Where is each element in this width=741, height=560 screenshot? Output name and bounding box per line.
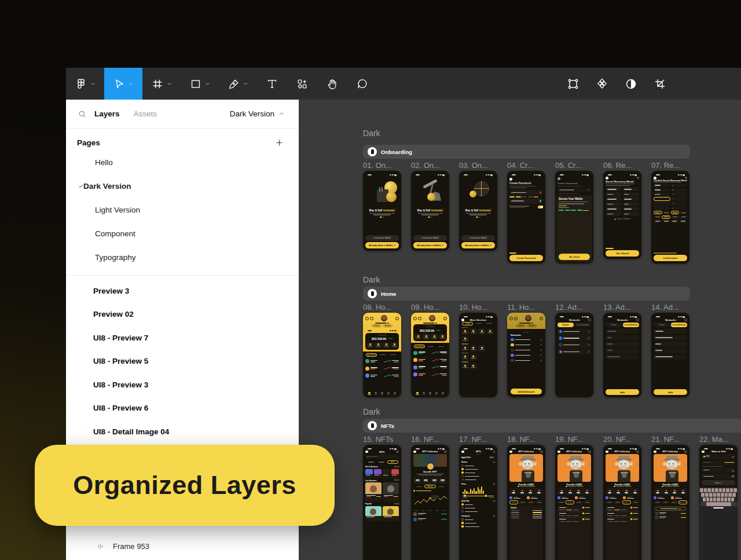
key[interactable] [733, 488, 736, 492]
app-screen-frame[interactable]: NetworksAdd A Network [507, 313, 545, 397]
app-screen-frame[interactable]: Buy & SellInstantly!Create New WalletAlr… [459, 171, 497, 251]
key[interactable] [721, 497, 724, 502]
section-header-bar[interactable]: Onboarding [363, 145, 690, 159]
frame-title[interactable]: 07. Re... [651, 161, 680, 170]
frame-title[interactable]: 21. NF... [651, 435, 679, 444]
tab-chip[interactable] [425, 345, 435, 348]
app-screen-frame[interactable]: Secret Recovery WordsCopy To ClipboardOk… [603, 171, 641, 259]
key[interactable] [722, 488, 725, 492]
key[interactable] [706, 497, 709, 502]
key[interactable] [707, 488, 710, 492]
frame-title[interactable]: 01. On... [363, 161, 392, 170]
tab-chip[interactable]: NFTs [387, 460, 398, 464]
page-item-hello[interactable]: Hello [66, 151, 299, 174]
page-item-component[interactable]: Component [66, 222, 299, 246]
key[interactable] [713, 497, 716, 502]
key[interactable] [719, 488, 722, 492]
toolbar-mask[interactable] [623, 77, 639, 91]
key[interactable] [728, 497, 731, 502]
toolbar-comment-tool[interactable] [347, 68, 377, 100]
page-item-light-version[interactable]: Light Version [66, 198, 299, 222]
key[interactable] [700, 488, 703, 492]
version-dropdown[interactable]: Dark Version [230, 109, 285, 118]
key[interactable] [724, 497, 727, 502]
key[interactable] [704, 488, 707, 492]
frame-item-7[interactable]: UI8 - Detail Image 04 [66, 420, 299, 444]
frame-item-6[interactable]: UI8 - Preview 6 [66, 397, 299, 420]
key[interactable] [732, 493, 736, 497]
tab-layers[interactable]: Layers [94, 109, 120, 118]
section-header-bar[interactable]: NFTs [363, 419, 741, 433]
app-screen-frame[interactable]: Your Balance$52,528.80+5.38%Crypto Asset… [363, 313, 401, 397]
frame-title[interactable]: 09. Ho... [411, 303, 439, 312]
app-screen-frame[interactable]: Confirm Secret Recovery WordConfirmation [651, 171, 689, 263]
app-screen-frame[interactable]: Your Balance$52,528.80+5.38%Crypto Asset… [411, 313, 449, 397]
tab-chip[interactable] [474, 322, 483, 325]
frame-title[interactable]: 02. On... [411, 161, 440, 170]
tab-chip[interactable]: Crypto Assets [414, 345, 425, 348]
frame-title[interactable]: 12. Ad... [555, 303, 583, 312]
return-key[interactable] [732, 502, 737, 506]
layer-item-frame-953[interactable]: Frame 953 [66, 537, 299, 555]
frame-item-4[interactable]: UI8 - Preview 5 [66, 350, 299, 374]
toolbar-text-tool[interactable] [257, 68, 287, 100]
frame-item-5[interactable]: UI8 - Preview 3 [66, 373, 299, 397]
tab-chip[interactable]: Activity [424, 485, 435, 488]
frame-title[interactable]: 10. Ho... [459, 303, 487, 312]
shift-key[interactable] [700, 502, 706, 506]
frame-title[interactable]: 19. NF... [555, 435, 583, 444]
key[interactable] [725, 493, 728, 497]
page-item-typography[interactable]: Typography [66, 246, 299, 269]
key[interactable] [717, 493, 720, 497]
page-label[interactable]: Dark [363, 129, 380, 138]
tab-assets[interactable]: Assets [134, 109, 157, 118]
app-screen-frame[interactable]: NFT CollectionDoodle NFTActivity [411, 445, 449, 560]
app-screen-frame[interactable]: NFTsNFTsHot CollectionsSee allLive Aucti… [363, 445, 401, 560]
frame-title[interactable]: 16. NF... [411, 435, 439, 444]
key[interactable] [730, 488, 733, 492]
app-screen-frame[interactable]: Create PasswordSecure Your WalletOk, Got… [555, 171, 593, 263]
tab-chip[interactable] [436, 345, 446, 348]
key[interactable] [731, 497, 734, 502]
tab-chip[interactable]: Trade [462, 322, 473, 325]
page-item-dark-version[interactable]: Dark Version [66, 174, 299, 198]
key[interactable] [721, 493, 724, 497]
frame-title[interactable]: 08. Ho... [363, 303, 391, 312]
frame-title[interactable]: 22. Ma... [699, 435, 729, 444]
frame-title[interactable]: 14. Ad... [651, 303, 679, 312]
tab-chip[interactable] [376, 460, 386, 464]
key[interactable] [715, 488, 718, 492]
key[interactable] [726, 488, 729, 492]
frame-title[interactable]: 13. Ad... [603, 303, 631, 312]
app-screen-frame[interactable]: Create PasswordCreate Password [507, 171, 545, 263]
toolbar-frame-tool[interactable] [142, 68, 181, 100]
key[interactable] [710, 497, 713, 502]
app-screen-frame[interactable]: Buy & SellInstantly!Create New WalletAlr… [363, 171, 401, 251]
app-screen-frame[interactable]: NFT CollectionDoodle #7887On sale for 3.… [651, 445, 689, 560]
app-screen-frame[interactable]: NetworksPopularCustom NetworksAdd [651, 313, 689, 397]
toolbar-edit-object[interactable] [565, 77, 581, 91]
app-screen-frame[interactable]: NetworksPopularCustom Networks [555, 313, 593, 397]
frame-title[interactable]: 17. NF... [459, 435, 487, 444]
key[interactable] [713, 493, 717, 497]
frame-title[interactable]: 04. Cr... [507, 161, 534, 170]
app-screen-frame[interactable]: NFT CollectionDoodle #7887On sale for 3.… [603, 445, 641, 560]
toolbar-figma-logo[interactable] [66, 68, 104, 100]
frame-item-3[interactable]: UI8 - Preview 7 [66, 326, 299, 350]
frame-title[interactable]: 03. On... [459, 161, 488, 170]
app-screen-frame[interactable]: NFTsApply FilterResetStatusPriceQuantity… [459, 445, 497, 560]
tab-chip[interactable] [388, 353, 398, 357]
toolbar-tidy-up[interactable] [594, 77, 610, 91]
frame-title[interactable]: 05. Cr... [555, 161, 582, 170]
toolbar-rectangle-tool[interactable] [181, 68, 219, 100]
key[interactable] [701, 493, 705, 497]
key[interactable] [709, 493, 713, 497]
search-icon[interactable] [78, 109, 87, 119]
page-label[interactable]: Dark [363, 275, 380, 284]
toolbar-actions-tool[interactable] [287, 68, 317, 100]
app-screen-frame[interactable]: NFT CollectionDoodle #7887On sale for 3.… [507, 445, 545, 560]
frame-title[interactable]: 11. Ho... [507, 303, 535, 312]
tab-chip[interactable] [377, 353, 387, 357]
frame-title[interactable]: 06. Re... [603, 161, 632, 170]
space-key[interactable] [706, 502, 731, 506]
